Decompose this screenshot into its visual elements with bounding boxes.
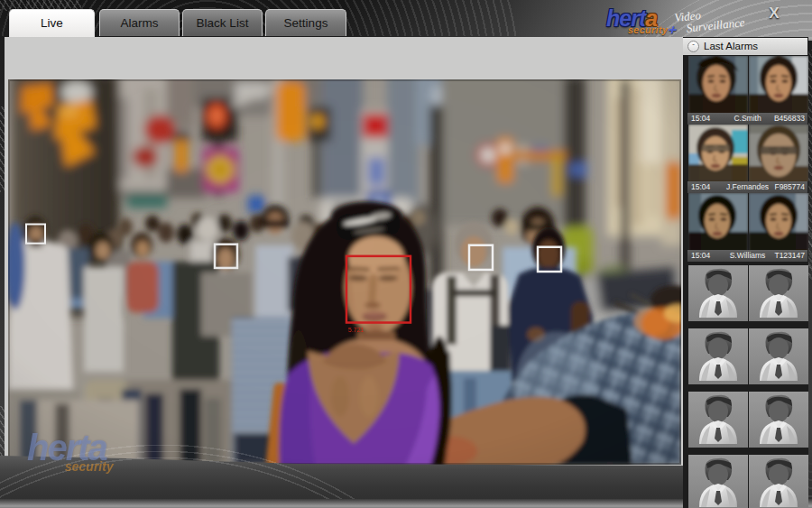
svg-text:5.721: 5.721 [348,327,364,333]
